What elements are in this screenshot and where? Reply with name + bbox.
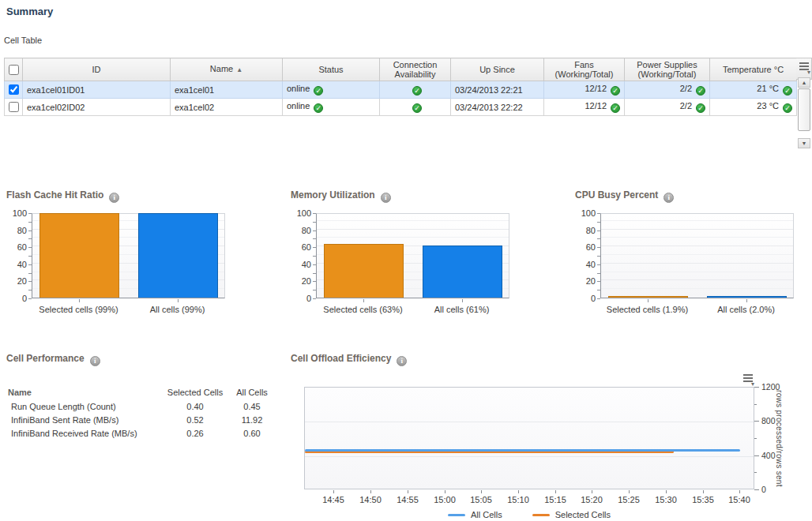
legend-item[interactable]: All Cells: [448, 510, 502, 519]
column-header[interactable]: Status: [283, 58, 380, 81]
x-axis-tick: [739, 490, 740, 493]
y-axis-tick: [597, 238, 600, 239]
gridline: [601, 220, 793, 221]
y-axis-tick: [597, 273, 600, 274]
column-header-label: Status: [318, 65, 343, 74]
column-header[interactable]: Connection Availability: [380, 58, 451, 81]
y-axis-tick: [313, 273, 316, 274]
scroll-down-button[interactable]: ▼: [798, 138, 810, 148]
y-axis-tick: [597, 213, 600, 214]
status-ok-icon: ✓: [611, 103, 620, 113]
x-axis-label: 15:40: [722, 495, 757, 504]
scroll-up-button[interactable]: ▲: [798, 77, 810, 88]
status-label: online: [287, 101, 310, 111]
column-header[interactable]: Power Supplies (Working/Total): [625, 58, 710, 81]
info-icon[interactable]: i: [381, 193, 391, 203]
row-checkbox[interactable]: [9, 102, 19, 112]
cell-performance-section: Cell Performancei Name Selected Cells Al…: [6, 347, 287, 442]
legend-item[interactable]: Selected Cells: [532, 510, 611, 519]
gridline: [601, 254, 793, 255]
x-axis-label: 14:55: [390, 495, 425, 504]
chart-menu-icon[interactable]: ▾: [741, 374, 755, 387]
y-axis-tick: [28, 256, 32, 257]
cell-temperature: 23 °C✓: [710, 99, 797, 116]
y-axis-tick: [597, 247, 600, 248]
cell-power-supplies: 2/2✓: [625, 81, 710, 99]
table-menu-icon[interactable]: ▾: [796, 58, 812, 80]
y-axis-label: 0: [291, 294, 311, 303]
y-axis-label: 0: [761, 485, 766, 494]
cell-connection-availability: ✓: [380, 99, 451, 116]
x-axis-label: 15:15: [538, 495, 573, 504]
power-supplies-value: 2/2: [680, 101, 692, 111]
cell-status: online✓: [283, 81, 380, 99]
y-axis-tick: [313, 298, 316, 299]
x-axis-label: 15:00: [427, 495, 462, 504]
info-icon[interactable]: i: [109, 193, 119, 203]
column-header[interactable]: Temperature °C: [710, 58, 797, 81]
gridline: [317, 220, 509, 221]
y-axis-label: 100: [575, 208, 596, 218]
column-header[interactable]: ID: [23, 58, 171, 81]
column-header[interactable]: Name▲: [171, 58, 283, 81]
row-select-cell: [5, 99, 23, 116]
y-axis-tick: [28, 298, 32, 299]
column-header[interactable]: Fans (Working/Total): [544, 58, 625, 81]
chart-title: Flash Cache Hit Ratioi: [6, 189, 119, 203]
x-axis-tick: [178, 299, 179, 302]
select-all-checkbox[interactable]: [9, 65, 19, 75]
x-axis-tick: [666, 490, 667, 493]
y-axis-label: 60: [291, 242, 311, 252]
gridline: [305, 422, 754, 422]
x-axis-tick: [79, 299, 80, 302]
x-axis-label: 15:25: [611, 495, 646, 504]
cell-fans: 12/12✓: [544, 99, 625, 116]
y-axis-tick: [754, 421, 759, 422]
gridline: [317, 229, 509, 230]
info-icon[interactable]: i: [397, 356, 407, 366]
y-axis-label: 0: [6, 294, 27, 303]
x-axis-label: 15:10: [501, 495, 536, 504]
category-label: All cells (99%): [115, 305, 241, 314]
y-axis-tick: [28, 247, 32, 248]
cell-id: exa1cel02ID02: [23, 99, 171, 116]
info-icon[interactable]: i: [90, 356, 100, 366]
x-axis-label: 14:45: [316, 495, 351, 504]
y-axis-tick: [313, 222, 316, 223]
line-chart-plot-area: [304, 387, 754, 489]
gridline: [601, 246, 793, 246]
page-title: Summary: [6, 6, 53, 17]
y-axis-label: 80: [6, 226, 27, 235]
column-header[interactable]: Up Since: [451, 58, 544, 81]
y-axis-tick: [313, 281, 316, 282]
table-row[interactable]: exa1cel02ID02exa1cel02online✓✓03/24/2013…: [5, 99, 797, 116]
select-all-header[interactable]: [5, 58, 23, 81]
cell-connection-availability: ✓: [380, 81, 451, 99]
row-checkbox[interactable]: [9, 84, 19, 95]
cell-fans: 12/12✓: [544, 81, 625, 99]
gridline: [601, 229, 793, 230]
cpu-busy-percent-chart: CPU Busy Percenti020406080100Selected ce…: [575, 189, 812, 324]
gridline: [601, 279, 793, 280]
gridline: [601, 237, 793, 238]
category-label: All cells (2.0%): [683, 305, 810, 314]
y-axis-label: 40: [291, 260, 311, 269]
table-scrollbar[interactable]: ▲ ▼: [798, 77, 810, 148]
info-icon[interactable]: i: [664, 193, 674, 203]
y-axis-tick: [313, 231, 316, 231]
fans-value: 12/12: [585, 101, 607, 111]
y-axis-label: 20: [6, 276, 27, 286]
y-axis-minor-tick: [754, 438, 757, 439]
scrollbar-thumb[interactable]: [798, 88, 810, 131]
bar: [138, 213, 218, 298]
temperature-value: 23 °C: [757, 101, 779, 111]
x-axis-tick: [746, 299, 747, 302]
y-axis-tick: [28, 222, 32, 223]
x-axis-tick: [592, 490, 592, 493]
y-axis-tick: [28, 273, 32, 274]
y-axis-label: 60: [575, 242, 596, 252]
table-row[interactable]: exa1cel01ID01exa1cel01online✓✓03/24/2013…: [5, 81, 797, 99]
bar: [707, 296, 787, 298]
column-header-label: Name: [210, 64, 233, 73]
chart-title: Memory Utilizationi: [291, 189, 391, 203]
